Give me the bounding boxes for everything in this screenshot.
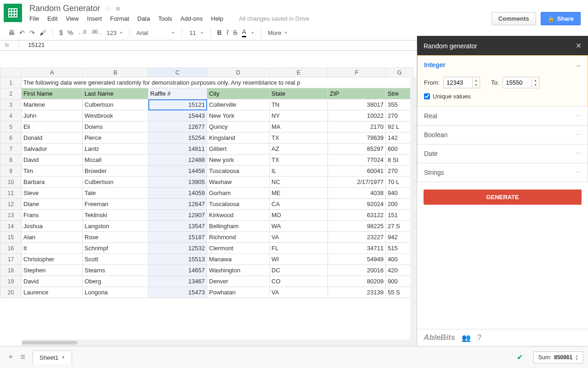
row-header[interactable]: 9 xyxy=(0,166,22,177)
cell[interactable]: WI xyxy=(270,254,328,265)
cell[interactable]: Culbertson xyxy=(83,99,148,110)
row-header[interactable]: 6 xyxy=(0,132,22,144)
cell[interactable]: 10022 xyxy=(328,110,386,121)
from-down-icon[interactable]: ▼ xyxy=(473,83,480,87)
cell[interactable]: 2/17/1977 xyxy=(328,177,386,188)
cell[interactable]: 98225 xyxy=(328,221,386,232)
cell[interactable]: VA xyxy=(270,232,328,243)
doc-title[interactable]: Random Generator xyxy=(29,4,100,13)
row-header[interactable]: 15 xyxy=(0,232,22,243)
cell[interactable]: MA xyxy=(270,121,328,132)
all-sheets-button[interactable]: ≡ xyxy=(17,351,29,364)
header-cell[interactable]: Last Name xyxy=(83,88,148,99)
cell[interactable]: 940 xyxy=(386,188,413,199)
cell[interactable]: New York xyxy=(207,110,270,121)
cell[interactable]: 600 xyxy=(386,144,413,155)
cell[interactable]: Schrimpf xyxy=(83,243,148,254)
currency-button[interactable]: $ xyxy=(59,29,63,36)
help-icon[interactable]: ? xyxy=(477,334,481,342)
cell[interactable]: Collierville xyxy=(207,99,270,110)
cell[interactable]: 13905 xyxy=(148,177,207,188)
cell[interactable]: 54949 xyxy=(328,254,386,265)
cell[interactable]: 420 xyxy=(386,265,413,276)
menu-view[interactable]: View xyxy=(66,15,79,22)
cell[interactable]: 4038 xyxy=(328,188,386,199)
italic-button[interactable]: I xyxy=(226,29,229,36)
from-input[interactable] xyxy=(444,77,472,88)
cell[interactable]: Powhatan xyxy=(207,287,270,298)
spreadsheet-grid[interactable]: ABCDEFG1The following data were generate… xyxy=(0,68,417,346)
section-integer-header[interactable]: Integer︿ xyxy=(418,56,588,74)
cell[interactable]: 34711 xyxy=(328,243,386,254)
col-header-F[interactable]: F xyxy=(328,68,386,77)
cell[interactable]: 15121 xyxy=(148,99,207,110)
col-header-E[interactable]: E xyxy=(270,68,328,77)
header-cell[interactable]: Raffle # xyxy=(148,88,207,99)
close-icon[interactable]: ✕ xyxy=(576,41,582,50)
menu-addons[interactable]: Add-ons xyxy=(181,15,203,22)
col-header-G[interactable]: G xyxy=(386,68,413,77)
row-header[interactable]: 19 xyxy=(0,276,22,287)
cell[interactable]: Steve xyxy=(22,188,83,199)
cell[interactable]: Alan xyxy=(22,232,83,243)
cell[interactable]: 20016 xyxy=(328,265,386,276)
row-header[interactable]: 4 xyxy=(0,110,22,121)
cell[interactable]: 14456 xyxy=(148,166,207,177)
aggregate-box[interactable]: Sum: 850861▲▼ xyxy=(533,351,583,363)
row-header[interactable]: 1 xyxy=(0,77,22,88)
cell[interactable]: 13467 xyxy=(148,276,207,287)
header-cell[interactable]: State xyxy=(270,88,328,99)
cell[interactable]: Pierce xyxy=(83,132,148,144)
row-header[interactable]: 11 xyxy=(0,188,22,199)
bold-button[interactable]: B xyxy=(217,29,222,36)
cell[interactable]: Freeman xyxy=(83,199,148,210)
cell[interactable]: 15254 xyxy=(148,132,207,144)
cell[interactable]: Barbara xyxy=(22,177,83,188)
sheet-tab[interactable]: Sheet1▼ xyxy=(33,351,72,364)
col-header-D[interactable]: D xyxy=(207,68,270,77)
menu-data[interactable]: Data xyxy=(137,15,150,22)
cell[interactable]: Frans xyxy=(22,210,83,221)
cell[interactable]: 515 xyxy=(386,243,413,254)
cell[interactable]: 2170 xyxy=(328,121,386,132)
cell[interactable]: 12677 xyxy=(148,121,207,132)
cell[interactable]: Marlene xyxy=(22,99,83,110)
cell[interactable]: John xyxy=(22,110,83,121)
cell[interactable]: IL xyxy=(270,166,328,177)
cell[interactable]: 63122 xyxy=(328,210,386,221)
cell[interactable]: ME xyxy=(270,188,328,199)
more-button[interactable]: More▼ xyxy=(268,29,288,36)
print-icon[interactable]: 🖶 xyxy=(8,29,15,36)
to-up-icon[interactable]: ▲ xyxy=(532,78,539,83)
cell[interactable]: Teklinski xyxy=(83,210,148,221)
status-ok-icon[interactable]: ✔ xyxy=(514,351,525,364)
cell[interactable]: David xyxy=(22,155,83,166)
formula-value[interactable]: 15121 xyxy=(28,41,45,48)
menu-help[interactable]: Help xyxy=(211,15,223,22)
cell[interactable]: Washington xyxy=(207,265,270,276)
cell[interactable]: 23139 xyxy=(328,287,386,298)
cell[interactable]: Laurence xyxy=(22,287,83,298)
menu-insert[interactable]: Insert xyxy=(87,15,102,22)
cell[interactable]: Tuscaloosa xyxy=(207,199,270,210)
from-up-icon[interactable]: ▲ xyxy=(473,78,480,83)
cell[interactable]: 15513 xyxy=(148,254,207,265)
strikethrough-button[interactable]: S xyxy=(233,29,237,36)
increase-decimal-button[interactable]: .00→ xyxy=(91,29,102,36)
cell[interactable]: Diane xyxy=(22,199,83,210)
cell[interactable]: TN xyxy=(270,99,328,110)
number-format-select[interactable]: 123▼ xyxy=(107,29,123,36)
section-real-header[interactable]: Real﹀ xyxy=(418,107,588,125)
col-header-A[interactable]: A xyxy=(22,68,83,77)
cell[interactable]: Oberg xyxy=(83,276,148,287)
row-header[interactable]: 17 xyxy=(0,254,22,265)
section-date-header[interactable]: Date﹀ xyxy=(418,144,588,163)
cell[interactable]: 142 xyxy=(386,132,413,144)
cell[interactable]: Richmond xyxy=(207,232,270,243)
row-header[interactable]: 7 xyxy=(0,144,22,155)
row-header[interactable]: 10 xyxy=(0,177,22,188)
row-header[interactable]: 5 xyxy=(0,121,22,132)
horizontal-scrollbar[interactable] xyxy=(21,339,417,346)
row-header[interactable]: 18 xyxy=(0,265,22,276)
cell[interactable]: 92024 xyxy=(328,199,386,210)
